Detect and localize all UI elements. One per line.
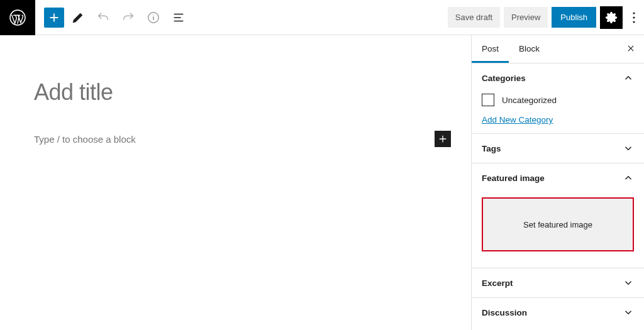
panel-featured-image: Featured image Set featured image bbox=[472, 163, 644, 268]
editor-canvas: Add title Type / to choose a block bbox=[0, 35, 471, 330]
panel-excerpt-toggle[interactable]: Excerpt bbox=[472, 268, 644, 297]
svg-point-4 bbox=[633, 21, 635, 23]
add-new-category-link[interactable]: Add New Category bbox=[482, 115, 553, 124]
more-options-button[interactable] bbox=[626, 6, 641, 29]
panel-featured-image-toggle[interactable]: Featured image bbox=[472, 163, 644, 192]
save-draft-button[interactable]: Save draft bbox=[448, 7, 500, 28]
panel-title: Featured image bbox=[482, 173, 545, 183]
category-label: Uncategorized bbox=[502, 96, 557, 105]
panel-discussion: Discussion bbox=[472, 298, 644, 327]
redo-button[interactable] bbox=[117, 6, 140, 29]
paragraph-input[interactable]: Type / to choose a block bbox=[34, 134, 427, 145]
publish-button[interactable]: Publish bbox=[552, 7, 596, 28]
panel-discussion-toggle[interactable]: Discussion bbox=[472, 298, 644, 327]
toolbar-right: Save draft Preview Publish bbox=[448, 6, 644, 29]
chevron-down-icon bbox=[623, 143, 634, 154]
panel-title: Excerpt bbox=[482, 278, 513, 288]
topbar: Save draft Preview Publish bbox=[0, 0, 644, 35]
svg-point-3 bbox=[633, 16, 635, 18]
tab-post[interactable]: Post bbox=[472, 35, 509, 63]
chevron-down-icon bbox=[623, 307, 634, 318]
outline-button[interactable] bbox=[167, 6, 190, 29]
preview-button[interactable]: Preview bbox=[504, 7, 548, 28]
tab-block[interactable]: Block bbox=[509, 35, 550, 63]
panel-title: Categories bbox=[482, 74, 526, 83]
panel-title: Tags bbox=[482, 144, 501, 153]
toolbar-left bbox=[35, 6, 190, 29]
chevron-down-icon bbox=[623, 277, 634, 289]
panel-tags-toggle[interactable]: Tags bbox=[472, 134, 644, 163]
block-inserter-button[interactable] bbox=[435, 131, 451, 147]
category-checkbox[interactable] bbox=[482, 94, 494, 106]
panel-categories: Categories Uncategorized Add New Categor… bbox=[472, 63, 644, 134]
settings-button[interactable] bbox=[600, 6, 623, 29]
panel-tags: Tags bbox=[472, 134, 644, 163]
set-featured-image-button[interactable]: Set featured image bbox=[482, 197, 634, 251]
tools-button[interactable] bbox=[67, 6, 89, 29]
sidebar-tabs: Post Block bbox=[472, 35, 644, 63]
settings-sidebar: Post Block Categories Uncategorized Add … bbox=[471, 35, 644, 330]
category-item: Uncategorized bbox=[482, 94, 634, 106]
panel-excerpt: Excerpt bbox=[472, 268, 644, 298]
info-button[interactable] bbox=[142, 6, 165, 29]
wordpress-logo[interactable] bbox=[0, 0, 35, 35]
post-title-input[interactable]: Add title bbox=[34, 79, 451, 106]
svg-point-2 bbox=[633, 12, 635, 14]
add-block-button[interactable] bbox=[44, 8, 64, 28]
chevron-up-icon bbox=[623, 172, 634, 184]
panel-title: Discussion bbox=[482, 308, 527, 317]
panel-categories-toggle[interactable]: Categories bbox=[472, 63, 644, 92]
undo-button[interactable] bbox=[92, 6, 114, 29]
chevron-up-icon bbox=[623, 72, 634, 84]
close-sidebar-button[interactable] bbox=[618, 44, 644, 55]
